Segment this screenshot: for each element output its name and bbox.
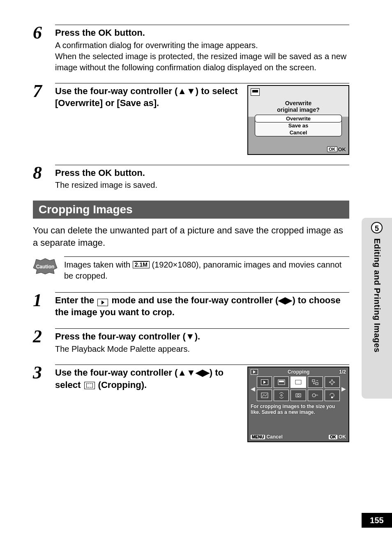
palette-cell-selected bbox=[291, 376, 306, 388]
svg-rect-3 bbox=[295, 380, 301, 384]
svg-rect-2 bbox=[279, 381, 284, 382]
playback-icon bbox=[97, 299, 108, 306]
chapter-number: 5 bbox=[371, 222, 383, 233]
overwrite-dialog-figure: Overwrite original image? Overwrite Save… bbox=[247, 85, 349, 155]
palette-figure: Cropping 1/2 ◀ bbox=[247, 367, 349, 442]
step-description: A confirmation dialog for overwriting th… bbox=[55, 40, 349, 73]
text: OK bbox=[339, 434, 346, 440]
step-number: 6 bbox=[33, 24, 55, 42]
step-number: 2 bbox=[33, 328, 55, 346]
text: Cancel bbox=[266, 434, 282, 440]
palette-cell bbox=[325, 376, 340, 388]
page: 6 Press the OK button. A confirmation di… bbox=[0, 0, 392, 540]
text: Images taken with bbox=[64, 260, 133, 269]
step-number: 1 bbox=[33, 291, 55, 309]
menu-option-cancel: Cancel bbox=[255, 129, 341, 136]
palette-title: Cropping bbox=[288, 369, 309, 375]
ok-label: OK bbox=[98, 28, 112, 38]
palette-cell bbox=[308, 376, 323, 388]
text: Enter the bbox=[55, 295, 97, 305]
dialog-menu: Overwrite Save as Cancel bbox=[255, 115, 342, 136]
step-title: Use the four-way controller (▲▼◀▶) to se… bbox=[55, 367, 240, 391]
text: original image? bbox=[277, 106, 319, 113]
text: Press the bbox=[55, 168, 98, 178]
ok-badge-icon: OK bbox=[327, 146, 337, 152]
step-7: 7 Use the four-way controller (▲▼) to se… bbox=[33, 83, 349, 155]
text: Press the bbox=[55, 28, 98, 38]
right-margin: 5 Editing and Printing Images 155 bbox=[362, 0, 392, 540]
palette-cell bbox=[274, 376, 289, 388]
text: Overwrite bbox=[285, 100, 312, 106]
text: button. bbox=[112, 168, 145, 178]
step-number: 8 bbox=[33, 164, 55, 182]
page-number: 155 bbox=[362, 513, 392, 528]
text: (Cropping). bbox=[96, 380, 147, 390]
step-title: Enter the mode and use the four-way cont… bbox=[55, 294, 349, 318]
chapter-tab: 5 Editing and Printing Images bbox=[362, 218, 392, 399]
caution-block: Caution Images taken with 2.1M (1920×108… bbox=[33, 256, 349, 282]
playback-icon bbox=[261, 379, 268, 385]
chapter-title: Editing and Printing Images bbox=[372, 238, 382, 353]
palette-page: 1/2 bbox=[339, 369, 346, 375]
step-2: 2 Press the four-way controller (▼). The… bbox=[33, 328, 349, 355]
palette-cell bbox=[308, 390, 323, 401]
svg-rect-5 bbox=[316, 383, 318, 385]
ok-hint: OKOK bbox=[327, 146, 346, 152]
menu-option-overwrite: Overwrite bbox=[255, 115, 342, 122]
ok-badge-icon: OK bbox=[329, 435, 337, 439]
svg-point-8 bbox=[281, 395, 282, 396]
step-description: The Playback Mode Palette appears. bbox=[55, 344, 349, 355]
caution-text: Images taken with 2.1M (1920×1080), pano… bbox=[64, 256, 349, 282]
palette-cell bbox=[325, 390, 340, 401]
ok-label: OK bbox=[98, 168, 112, 178]
arrow-right-icon: ▶ bbox=[341, 385, 346, 392]
dialog-prompt: Overwrite original image? bbox=[251, 100, 346, 113]
caution-label: Caution bbox=[36, 264, 55, 270]
svg-point-11 bbox=[312, 394, 316, 397]
menu-option-save-as: Save as bbox=[255, 122, 341, 129]
palette-cell bbox=[291, 390, 306, 401]
text: OK bbox=[338, 146, 346, 152]
menu-cancel-hint: MENUCancel bbox=[251, 434, 283, 440]
cropping-icon bbox=[84, 382, 95, 389]
svg-point-10 bbox=[297, 394, 299, 396]
caution-icon: Caution bbox=[33, 258, 58, 275]
playback-icon bbox=[251, 369, 258, 375]
svg-rect-4 bbox=[312, 380, 315, 382]
palette-cell bbox=[257, 390, 272, 401]
step-1: 1 Enter the mode and use the four-way co… bbox=[33, 292, 349, 318]
ok-hint: OKOK bbox=[329, 434, 346, 440]
content: 6 Press the OK button. A confirmation di… bbox=[33, 25, 349, 442]
svg-rect-12 bbox=[331, 397, 333, 398]
step-8: 8 Press the OK button. The resized image… bbox=[33, 165, 349, 191]
resolution-badge: 2.1M bbox=[133, 261, 150, 268]
menu-badge-icon: MENU bbox=[251, 435, 265, 439]
step-title: Use the four-way controller (▲▼) to sele… bbox=[55, 85, 240, 109]
palette-grid bbox=[257, 376, 340, 401]
step-3: 3 Use the four-way controller (▲▼◀▶) to … bbox=[33, 365, 349, 442]
palette-description: For cropping images to the size you like… bbox=[251, 404, 346, 415]
step-number: 3 bbox=[33, 364, 55, 382]
palette-cell bbox=[274, 390, 289, 401]
section-intro: You can delete the unwanted part of a pi… bbox=[33, 224, 349, 249]
step-description: The resized image is saved. bbox=[55, 180, 349, 191]
step-title: Press the OK button. bbox=[55, 27, 349, 39]
section-heading: Cropping Images bbox=[33, 201, 349, 219]
resize-icon bbox=[251, 88, 260, 96]
step-title: Press the OK button. bbox=[55, 167, 349, 179]
arrow-left-icon: ◀ bbox=[251, 385, 255, 392]
palette-cell bbox=[257, 376, 272, 388]
text: button. bbox=[112, 28, 145, 38]
svg-marker-6 bbox=[329, 379, 335, 385]
step-6: 6 Press the OK button. A confirmation di… bbox=[33, 25, 349, 73]
step-number: 7 bbox=[33, 82, 55, 100]
step-title: Press the four-way controller (▼). bbox=[55, 330, 349, 343]
